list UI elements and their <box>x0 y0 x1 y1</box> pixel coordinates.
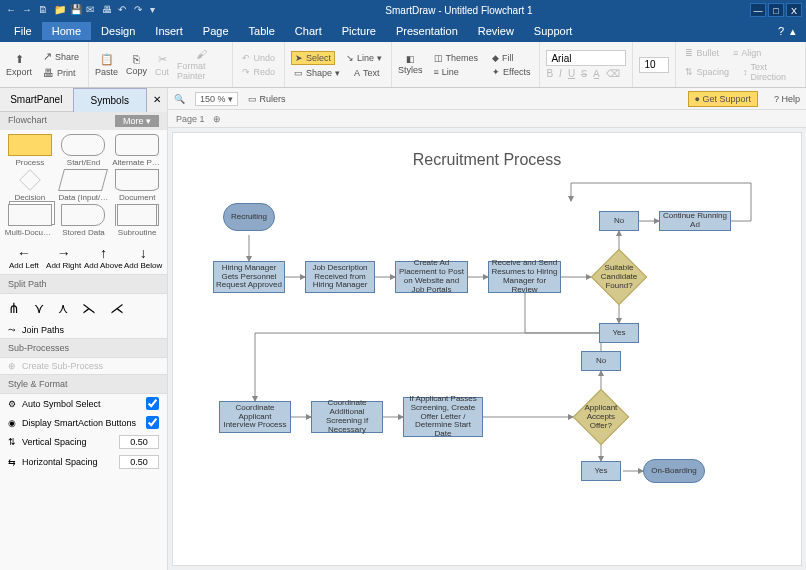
shape-process[interactable]: Process <box>4 134 56 167</box>
redo-button[interactable]: ↷Redo <box>239 66 278 78</box>
menu-home[interactable]: Home <box>42 22 91 40</box>
shape-stored[interactable]: Stored Data <box>58 204 110 237</box>
menu-support[interactable]: Support <box>524 22 583 40</box>
node-recruiting[interactable]: Recruiting <box>223 203 275 231</box>
undo-icon[interactable]: ↶ <box>118 4 130 16</box>
shape-subroutine[interactable]: Subroutine <box>111 204 163 237</box>
search-icon[interactable]: 🔍 <box>174 94 185 104</box>
split-2[interactable]: ⋎ <box>34 300 44 316</box>
node-ad[interactable]: Create Ad Placement to Post on Website a… <box>395 261 468 293</box>
styles-button[interactable]: ◧Styles <box>398 54 423 75</box>
add-page-button[interactable]: ⊕ <box>213 114 221 124</box>
join-paths-icon[interactable]: ⤳ <box>8 325 16 335</box>
split-1[interactable]: ⋔ <box>8 300 20 316</box>
rulers-toggle[interactable]: ▭ Rulers <box>248 94 286 104</box>
menu-file[interactable]: File <box>4 22 42 40</box>
join-paths-label[interactable]: Join Paths <box>22 325 64 335</box>
zoom-input[interactable]: 150 % ▾ <box>195 92 238 106</box>
add-left-button[interactable]: ←Add Left <box>4 245 44 270</box>
sidebar-close-button[interactable]: ✕ <box>147 88 167 112</box>
more-button[interactable]: More ▾ <box>115 115 159 127</box>
clear-format-button[interactable]: ⌫ <box>606 68 620 79</box>
split-4[interactable]: ⋋ <box>82 300 96 316</box>
node-onboarding[interactable]: On-Boarding <box>643 459 705 483</box>
strike-button[interactable]: S̶ <box>581 68 587 79</box>
vspacing-input[interactable]: 0.50 <box>119 435 159 449</box>
help-icon[interactable]: ? <box>778 25 784 38</box>
spacing-button[interactable]: ⇅Spacing <box>682 66 732 78</box>
help-button[interactable]: ? Help <box>774 94 800 104</box>
print-button[interactable]: 🖶Print <box>40 66 82 80</box>
tab-symbols[interactable]: Symbols <box>73 88 148 112</box>
bullet-button[interactable]: ≣Bullet <box>682 47 722 59</box>
text-direction-button[interactable]: ↕Text Direction <box>740 61 799 83</box>
shape-document[interactable]: Document <box>111 169 163 202</box>
bold-button[interactable]: B <box>546 68 553 79</box>
maximize-button[interactable]: □ <box>768 3 784 17</box>
node-accepts[interactable]: Applicant Accepts Offer? <box>573 389 630 446</box>
underline-button[interactable]: U <box>568 68 575 79</box>
effects-button[interactable]: ✦Effects <box>489 66 533 78</box>
redo-icon[interactable]: ↷ <box>134 4 146 16</box>
export-button[interactable]: ⬆Export <box>6 53 32 77</box>
node-offer[interactable]: If Applicant Passes Screening, Create Of… <box>403 397 483 437</box>
mail-icon[interactable]: ✉ <box>86 4 98 16</box>
node-found[interactable]: Suitable Candidate Found? <box>591 249 648 306</box>
node-jobdesc[interactable]: Job Description Received from Hiring Man… <box>305 261 375 293</box>
undo-button[interactable]: ↶Undo <box>239 52 278 64</box>
split-3[interactable]: ⋏ <box>58 300 68 316</box>
shape-startend[interactable]: Start/End <box>58 134 110 167</box>
copy-button[interactable]: ⎘Copy <box>126 53 147 76</box>
node-no2[interactable]: No <box>581 351 621 371</box>
canvas[interactable]: Recruitment Process <box>172 132 802 566</box>
node-approve[interactable]: Hiring Manager Gets Personnel Request Ap… <box>213 261 285 293</box>
font-size-input[interactable] <box>639 57 669 73</box>
save-icon[interactable]: 💾 <box>70 4 82 16</box>
minimize-button[interactable]: — <box>750 3 766 17</box>
menu-presentation[interactable]: Presentation <box>386 22 468 40</box>
italic-button[interactable]: I <box>559 68 562 79</box>
format-painter-button[interactable]: 🖌Format Painter <box>177 48 226 81</box>
font-color-button[interactable]: A̲ <box>593 68 600 79</box>
paste-button[interactable]: 📋Paste <box>95 53 118 77</box>
text-tool[interactable]: AText <box>351 67 383 79</box>
share-button[interactable]: ↗Share <box>40 49 82 64</box>
back-icon[interactable]: ← <box>6 4 18 16</box>
flowchart-title[interactable]: Recruitment Process <box>173 151 801 169</box>
add-right-button[interactable]: →Add Right <box>44 245 84 270</box>
dropdown-icon[interactable]: ▾ <box>150 4 162 16</box>
node-yes1[interactable]: Yes <box>599 323 639 343</box>
smartaction-checkbox[interactable] <box>146 416 159 429</box>
shape-decision[interactable]: Decision <box>4 169 56 202</box>
themes-button[interactable]: ◫Themes <box>431 52 482 64</box>
add-below-button[interactable]: ↓Add Below <box>123 245 163 270</box>
select-tool[interactable]: ➤Select <box>291 51 335 65</box>
close-button[interactable]: X <box>786 3 802 17</box>
node-resumes[interactable]: Receive and Send Resumes to Hiring Manag… <box>488 261 561 293</box>
menu-picture[interactable]: Picture <box>332 22 386 40</box>
line-style-button[interactable]: ≡Line <box>431 66 482 78</box>
node-interview[interactable]: Coordinate Applicant Interview Process <box>219 401 291 433</box>
shape-altproc[interactable]: Alternate Proc... <box>111 134 163 167</box>
node-yes2[interactable]: Yes <box>581 461 621 481</box>
menu-design[interactable]: Design <box>91 22 145 40</box>
menu-page[interactable]: Page <box>193 22 239 40</box>
print-icon[interactable]: 🖶 <box>102 4 114 16</box>
split-5[interactable]: ⋌ <box>110 300 124 316</box>
shape-multidoc[interactable]: Multi-Document <box>4 204 56 237</box>
cut-button[interactable]: ✂Cut <box>155 53 169 77</box>
menu-review[interactable]: Review <box>468 22 524 40</box>
fill-button[interactable]: ◆Fill <box>489 52 533 64</box>
shape-data[interactable]: Data (Input/O... <box>58 169 110 202</box>
get-support-button[interactable]: ● Get Support <box>688 91 758 107</box>
add-above-button[interactable]: ↑Add Above <box>84 245 124 270</box>
forward-icon[interactable]: → <box>22 4 34 16</box>
auto-symbol-checkbox[interactable] <box>146 397 159 410</box>
node-screening[interactable]: Coordinate Additional Screening if Neces… <box>311 401 383 433</box>
open-icon[interactable]: 📁 <box>54 4 66 16</box>
node-no1[interactable]: No <box>599 211 639 231</box>
new-icon[interactable]: 🗎 <box>38 4 50 16</box>
tab-smartpanel[interactable]: SmartPanel <box>0 88 73 112</box>
menu-table[interactable]: Table <box>239 22 285 40</box>
line-tool[interactable]: ↘Line▾ <box>343 52 385 64</box>
